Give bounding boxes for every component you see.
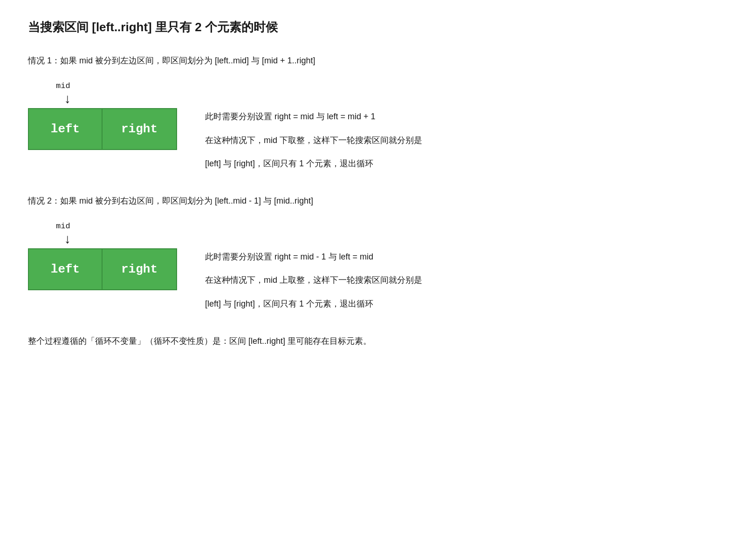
case2-desc: 情况 2：如果 mid 被分到右边区间，即区间划分为 [left..mid - … xyxy=(28,194,726,208)
case1-diagram-area: mid ↓ left right 此时需要分别设置 right = mid 与 … xyxy=(28,82,726,171)
case1-diagram-left: mid ↓ left right xyxy=(28,82,177,150)
case2-mid-label: mid xyxy=(56,222,70,231)
case1-mid-label: mid xyxy=(56,82,70,90)
case2-right-block: right xyxy=(103,248,177,290)
case2-arrow-icon: ↓ xyxy=(64,232,71,246)
case1-right-block: right xyxy=(103,108,177,150)
case2-diagram-left: mid ↓ left right xyxy=(28,222,177,290)
case1-explanations: 此时需要分别设置 right = mid 与 left = mid + 1 在这… xyxy=(205,82,422,171)
case2-explanation3: [left] 与 [right]，区间只有 1 个元素，退出循环 xyxy=(205,297,422,311)
case2-diagram-area: mid ↓ left right 此时需要分别设置 right = mid - … xyxy=(28,222,726,311)
case2-blocks: left right xyxy=(28,248,177,290)
case1-explanation3: [left] 与 [right]，区间只有 1 个元素，退出循环 xyxy=(205,157,422,171)
case2-left-block: left xyxy=(28,248,103,290)
page-title: 当搜索区间 [left..right] 里只有 2 个元素的时候 xyxy=(28,19,726,35)
case2-section: 情况 2：如果 mid 被分到右边区间，即区间划分为 [left..mid - … xyxy=(28,194,726,311)
case1-left-block: left xyxy=(28,108,103,150)
case1-desc: 情况 1：如果 mid 被分到左边区间，即区间划分为 [left..mid] 与… xyxy=(28,54,726,68)
case1-explanation1: 此时需要分别设置 right = mid 与 left = mid + 1 xyxy=(205,109,422,124)
case1-blocks: left right xyxy=(28,108,177,150)
case2-explanation1: 此时需要分别设置 right = mid - 1 与 left = mid xyxy=(205,250,422,264)
case1-explanation2: 在这种情况下，mid 下取整，这样下一轮搜索区间就分别是 xyxy=(205,133,422,148)
case2-explanation2: 在这种情况下，mid 上取整，这样下一轮搜索区间就分别是 xyxy=(205,273,422,287)
case2-explanations: 此时需要分别设置 right = mid - 1 与 left = mid 在这… xyxy=(205,222,422,311)
footer-note: 整个过程遵循的「循环不变量」（循环不变性质）是：区间 [left..right]… xyxy=(28,335,726,348)
case1-section: 情况 1：如果 mid 被分到左边区间，即区间划分为 [left..mid] 与… xyxy=(28,54,726,171)
case1-arrow-icon: ↓ xyxy=(64,92,71,105)
